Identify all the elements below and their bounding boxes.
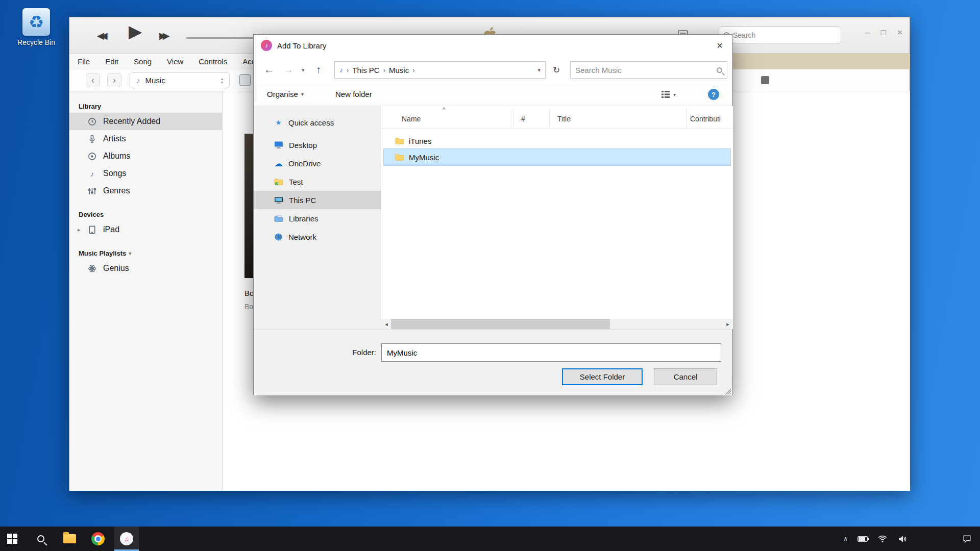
refresh-button[interactable]: ↻ [553, 65, 560, 76]
sidebar-item-ipad[interactable]: ▸ iPad [69, 221, 222, 238]
nav-back-icon: ‹ [91, 75, 94, 86]
media-picker[interactable]: ♪ Music ▴▾ [130, 72, 230, 88]
folder-name-input[interactable] [381, 343, 721, 362]
nav-item-quick-access[interactable]: ★ Quick access [254, 113, 381, 132]
itunes-sidebar: Library Recently Added Artists Albums ♪ … [69, 91, 223, 491]
help-button[interactable]: ? [708, 89, 719, 100]
address-dropdown-icon[interactable]: ▾ [537, 67, 541, 73]
recycle-bin-label: Recycle Bin [14, 38, 58, 46]
view-mode-button[interactable]: ▾ [661, 90, 676, 99]
column-title[interactable]: Title [557, 115, 571, 123]
playlists-header[interactable]: Music Playlists ▾ [69, 245, 222, 260]
sidebar-item-label: Albums [103, 152, 130, 161]
taskbar-search-button[interactable] [29, 527, 53, 551]
rewind-button[interactable]: ◀◀ [97, 30, 104, 41]
libraries-icon [274, 215, 283, 222]
music-note-icon: ♪ [136, 76, 140, 85]
menu-song[interactable]: Song [134, 57, 152, 66]
expander-icon[interactable]: ▸ [78, 227, 81, 233]
ipad-icon [88, 226, 96, 234]
sidebar-item-label: Recently Added [103, 117, 160, 126]
nav-forward-icon: › [113, 75, 116, 86]
album-title: Bo [244, 289, 254, 297]
column-contributing[interactable]: Contributi [690, 115, 721, 123]
breadcrumb[interactable]: ♪ › This PC › Music › ▾ [334, 61, 546, 79]
nav-item-libraries[interactable]: Libraries [254, 209, 381, 228]
menu-file[interactable]: File [78, 57, 90, 66]
dialog-search-input[interactable] [575, 66, 713, 74]
back-button[interactable]: ← [264, 64, 274, 76]
file-row-mymusic[interactable]: MyMusic [384, 149, 730, 165]
nav-back-button[interactable]: ‹ [86, 73, 100, 87]
column-number[interactable]: # [521, 115, 525, 123]
sidebar-item-artists[interactable]: Artists [69, 130, 222, 147]
history-dropdown-icon[interactable]: ▾ [302, 67, 305, 73]
sidebar-item-genres[interactable]: Genres [69, 182, 222, 199]
start-button[interactable] [0, 527, 24, 551]
genius-atom-icon [88, 264, 96, 273]
menu-view[interactable]: View [167, 57, 183, 66]
nav-item-test[interactable]: Test [254, 172, 381, 191]
sidebar-item-genius[interactable]: Genius [69, 260, 222, 277]
forward-button[interactable]: → [283, 64, 293, 76]
microphone-icon [88, 135, 96, 143]
resize-grip[interactable] [724, 388, 731, 394]
sidebar-item-albums[interactable]: Albums [69, 147, 222, 165]
horizontal-scrollbar[interactable]: ◂ ▸ [381, 319, 733, 329]
taskbar-file-explorer[interactable] [57, 527, 82, 551]
close-button[interactable]: × [897, 28, 902, 38]
folder-icon [395, 154, 404, 161]
sidebar-item-label: Artists [103, 134, 126, 143]
file-row-itunes[interactable]: iTunes [384, 133, 730, 149]
dialog-toolbar: Organise▾ New folder ▾ ? [254, 84, 732, 106]
menu-edit[interactable]: Edit [105, 57, 118, 66]
folder-icon [395, 137, 404, 145]
sidebar-item-label: Genres [103, 186, 130, 195]
itunes-search-field[interactable] [719, 27, 841, 43]
crumb-chevron-icon: › [383, 66, 385, 74]
sidebar-item-recently-added[interactable]: Recently Added [69, 113, 222, 130]
scrollbar-thumb[interactable] [391, 319, 610, 329]
breadcrumb-this-pc[interactable]: This PC [352, 66, 379, 74]
taskbar-itunes[interactable]: ♫ [114, 527, 139, 551]
devices-header: Devices [69, 207, 222, 221]
volume-icon[interactable] [897, 534, 907, 544]
help-icon: ? [712, 91, 716, 98]
organise-button[interactable]: Organise▾ [267, 90, 304, 98]
nav-item-this-pc[interactable]: This PC [254, 191, 381, 209]
taskbar-chrome[interactable] [86, 527, 110, 551]
breadcrumb-music[interactable]: Music [389, 66, 409, 74]
media-picker-label: Music [145, 76, 165, 85]
album-art[interactable] [244, 134, 254, 278]
recycle-bin[interactable]: ♻ Recycle Bin [14, 8, 58, 46]
scroll-right-icon[interactable]: ▸ [723, 319, 733, 329]
nav-item-network[interactable]: Network [254, 228, 381, 246]
genres-icon [88, 187, 96, 195]
nav-forward-button[interactable]: › [107, 73, 121, 87]
up-button[interactable]: ↑ [316, 64, 321, 76]
scroll-left-icon[interactable]: ◂ [381, 319, 391, 329]
album-disc-icon [88, 152, 96, 161]
miniplayer-icon[interactable] [239, 74, 251, 86]
minimize-button[interactable]: – [865, 28, 869, 38]
tray-expand-icon[interactable]: ∧ [843, 535, 848, 542]
maximize-button[interactable]: □ [881, 28, 886, 38]
dialog-search-field[interactable] [570, 61, 727, 79]
wifi-icon[interactable] [877, 535, 888, 543]
menu-controls[interactable]: Controls [199, 57, 227, 66]
chrome-icon [91, 532, 105, 545]
itunes-search-input[interactable] [733, 31, 836, 39]
nav-item-desktop[interactable]: Desktop [254, 136, 381, 154]
sidebar-item-songs[interactable]: ♪ Songs [69, 165, 222, 182]
nav-item-onedrive[interactable]: ☁ OneDrive [254, 154, 381, 172]
battery-icon[interactable] [857, 536, 868, 542]
dialog-titlebar[interactable]: ♪ Add To Library [254, 35, 732, 56]
column-name[interactable]: Name [402, 115, 421, 123]
dialog-close-button[interactable]: × [707, 35, 732, 56]
select-folder-button[interactable]: Select Folder [562, 368, 643, 385]
fast-forward-button[interactable]: ▶▶ [159, 30, 166, 41]
new-folder-button[interactable]: New folder [335, 90, 372, 98]
cancel-button[interactable]: Cancel [654, 368, 717, 385]
play-button[interactable]: ▶ [129, 21, 142, 41]
action-center-icon[interactable] [962, 534, 972, 544]
